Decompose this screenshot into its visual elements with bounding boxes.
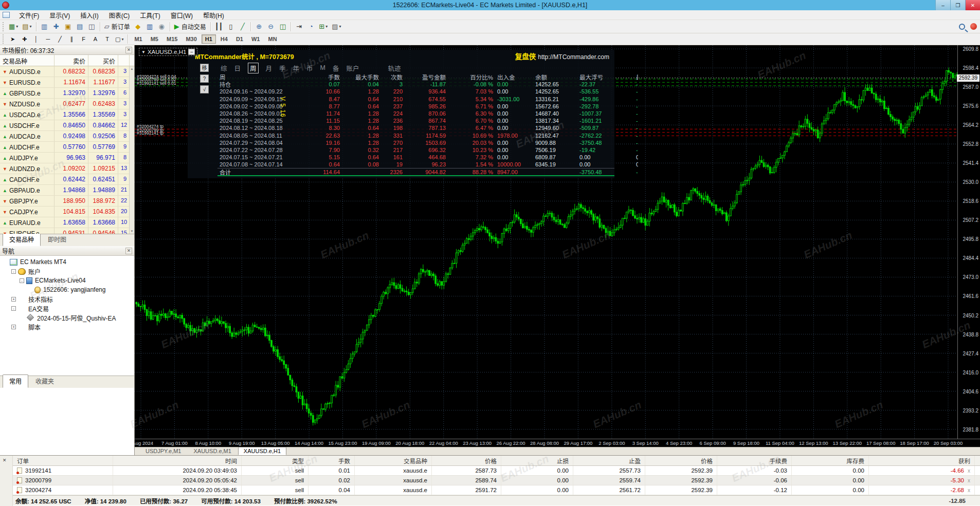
time-axis[interactable]: 5 Aug 20247 Aug 01:008 Aug 10:009 Aug 19… [135,439,980,447]
market-watch-row[interactable]: ▲USDCHF.e0.846500.8466212 [0,120,134,131]
commander-tab-账户[interactable]: 账户 [347,63,359,73]
timeframe-m1[interactable]: M1 [131,34,146,44]
column-时间-1[interactable]: 时间 [113,456,242,465]
menu-item-1[interactable]: 文件(F) [14,10,44,20]
commander-data-row[interactable]: 2024.07.08 ~ 2024.07.140.640.081996.231.… [217,161,614,168]
search-icon[interactable] [959,24,965,30]
fibonacci-tool[interactable]: F [78,34,89,45]
market-watch-row[interactable]: ▲AUDCAD.e0.924980.925068 [0,131,134,142]
scroll-down-icon[interactable]: ▼ [130,229,134,234]
commander-tab-M[interactable]: M [320,64,325,71]
tile-windows-button[interactable]: ◫ [277,21,288,32]
collapse-icon[interactable]: - [11,269,16,274]
column-交易品种-4[interactable]: 交易品种 [355,456,432,465]
column-价格-5[interactable]: 价格 [432,456,501,465]
record-icon[interactable] [970,23,977,30]
menu-item-6[interactable]: 窗口(W) [166,10,198,20]
commander-data-row[interactable]: 2024.09.16 ~ 2024.09.2210.661.28220936.4… [217,88,614,95]
profiles-button[interactable]: ▤▾ [20,21,33,32]
column-获利-11[interactable]: 获利 [869,456,975,465]
market-watch-row[interactable]: ▲AUDJPY.e96.96396.9718 [0,153,134,163]
column-订单-0[interactable]: 订单 [13,456,113,465]
close-order-icon[interactable]: x [968,488,970,493]
menu-item-3[interactable]: 插入(I) [75,10,103,20]
market-watch-row[interactable]: ▲GBPUSD.e1.329701.329766 [0,88,134,99]
terminal-panel-button[interactable]: ▤ [74,21,86,32]
horizontal-line-tool[interactable]: ─ [42,34,54,45]
close-order-icon[interactable]: x [968,478,970,483]
column-止盈-7[interactable]: 止盈 [573,456,645,465]
expand-icon[interactable]: + [11,297,16,302]
commander-tab-年[interactable]: 年 [293,63,300,73]
collapse-icon[interactable]: - [20,278,24,283]
order-row[interactable]: 320007992024.09.20 05:05:42sell0.02xauus… [13,476,980,485]
commander-total-row[interactable]: 合计114.6423269044.8288.28 %8947.00-3750.4… [217,168,614,176]
timeframe-mn[interactable]: MN [264,34,280,44]
price-axis[interactable]: 2609.82598.42587.02575.62564.22552.82541… [957,45,980,439]
navigator-folder-button[interactable]: ▣ [62,21,74,32]
tree-item[interactable]: -EA交易 [0,304,134,313]
confirm-button[interactable]: √ [200,85,209,93]
commander-data-row[interactable]: 2024.09.02 ~ 2024.09.088.770.64237985.26… [217,103,614,110]
menu-item-4[interactable]: 图表(C) [104,10,135,20]
navigator-close-icon[interactable]: ✕ [125,248,132,254]
tab-交易品种[interactable]: 交易品种 [3,233,41,246]
column-symbol[interactable]: 交易品种 [0,55,55,67]
clock-button[interactable]: ◔ [305,21,317,32]
tree-item[interactable]: +脚本 [0,322,134,331]
tree-item[interactable]: 1522606: yangjianfeng [0,285,134,294]
market-watch-row[interactable]: ▲GBPAUD.e1.948681.9488921 [0,185,134,196]
tab-常用[interactable]: 常用 [3,374,28,388]
line-chart-button[interactable]: ╱ [237,21,248,32]
move-button[interactable]: 移 [200,64,209,72]
chart-tab-XAUUSD.e,H1[interactable]: XAUUSD.e,H1 [238,447,286,455]
order-row[interactable]: 319921412024.09.20 03:49:03sell0.01xauus… [13,466,980,476]
commander-data-row[interactable]: 2024.08.05 ~ 2024.08.1122.631.283311174.… [217,132,614,139]
column-手续费-9[interactable]: 手续费 [717,456,792,465]
indicators-button[interactable]: ⊞▾ [317,21,330,32]
commander-data-row[interactable]: 持仓0.070.043-11.87-0.08 %0.0014252.65-22.… [217,81,614,88]
market-watch-row[interactable]: ▲CADCHF.e0.624420.624519 [0,174,134,185]
trendline-tool[interactable]: ╱ [54,34,66,45]
column-价格-8[interactable]: 价格 [645,456,717,465]
market-watch-row[interactable]: ▼EURCHF.e0.945310.9454615 [0,228,134,234]
commander-data-row[interactable]: 2024.09.09 ~ 2024.09.158.470.64210674.55… [217,96,614,103]
market-watch-row[interactable]: ▼CADJPY.e104.815104.83520 [0,207,134,217]
channel-tool[interactable]: ∥ [66,34,78,45]
collapse-icon[interactable]: - [11,306,16,311]
autotrade-button[interactable]: ▶自动交易 [172,21,208,32]
commander-data-row[interactable]: 2024.08.26 ~ 2024.09.0111.741.28224870.0… [217,110,614,117]
commander-tab-备[interactable]: 备 [333,63,339,73]
market-watch-row[interactable]: ▼NZDUSD.e0.624770.624833 [0,99,134,109]
templates-button[interactable]: ▨▾ [330,21,343,32]
timeframe-h4[interactable]: H4 [217,34,231,44]
tree-item[interactable]: 2024-05-15-阿俊_Qushiv-EA [0,313,134,322]
commander-tab-日[interactable]: 日 [234,63,241,73]
close-order-icon[interactable]: x [968,468,970,474]
commander-tab-轨迹[interactable]: 轨迹 [388,63,401,73]
text-tool[interactable]: A [89,34,101,45]
tab-收藏夹[interactable]: 收藏夹 [29,374,61,388]
vertical-line-tool[interactable]: │ [30,34,42,45]
commander-tab-月[interactable]: 月 [266,63,273,73]
commander-data-row[interactable]: 2024.08.12 ~ 2024.08.188.300.64198787.13… [217,124,614,132]
timeframe-h1[interactable]: H1 [202,34,216,44]
tree-item[interactable]: -ECMarkets-Live04 [0,276,134,285]
market-watch-button[interactable]: ▥ [39,21,50,32]
timeframe-w1[interactable]: W1 [248,34,264,44]
market-watch-row[interactable]: ▲USDCAD.e1.355661.355693 [0,109,134,120]
market-watch-scrollbar[interactable]: ▲ ▼ [129,66,134,234]
timeframe-m30[interactable]: M30 [182,34,200,44]
autoscroll-button[interactable]: ⇥ [293,21,305,32]
market-watch-row[interactable]: ▼AUDUSD.e0.682320.682353 [0,66,134,77]
column-bid[interactable]: 卖价 [55,55,88,67]
commander-brand-url[interactable]: http://MTCommander.com [538,53,609,61]
tree-item[interactable]: EC Markets MT4 [0,257,134,267]
data-window-button[interactable]: ✚ [50,21,62,32]
help-button[interactable]: ? [200,74,209,83]
commander-tab-币[interactable]: 币 [306,63,313,73]
new-chart-button[interactable]: ▦▾ [7,21,20,32]
new-order-button[interactable]: ▱新订单 [102,21,132,32]
market-watch-row[interactable]: ▲EURAUD.e1.636581.6366810 [0,217,134,228]
market-watch-row[interactable]: ▼AUDNZD.e1.092021.0921513 [0,163,134,174]
